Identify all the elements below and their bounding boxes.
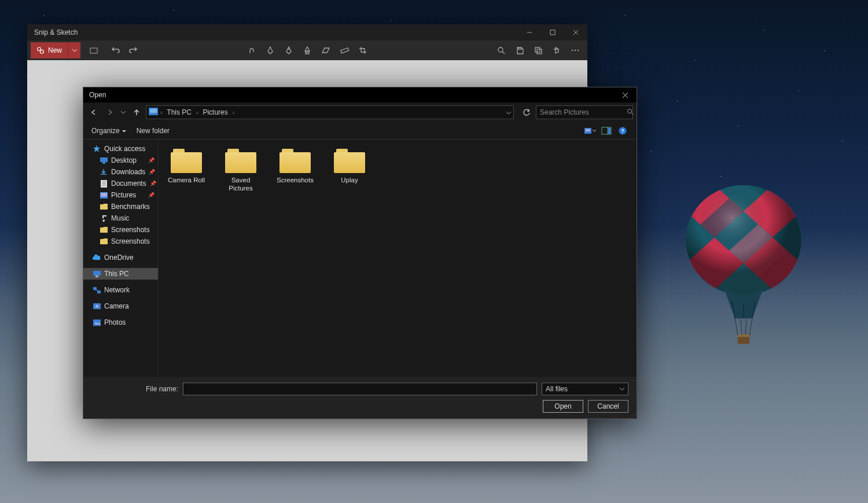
svg-rect-6 bbox=[90, 48, 97, 53]
open-file-icon[interactable] bbox=[85, 42, 102, 59]
tree-music[interactable]: Music bbox=[83, 212, 158, 224]
file-type-filter[interactable]: All files bbox=[542, 383, 628, 395]
dialog-close-button[interactable] bbox=[613, 87, 637, 102]
address-bar[interactable]: › This PC › Pictures › bbox=[146, 105, 514, 119]
tree-benchmarks[interactable]: Benchmarks bbox=[83, 201, 158, 212]
address-dropdown-icon[interactable] bbox=[506, 109, 511, 116]
save-icon[interactable] bbox=[511, 42, 528, 59]
pc-icon bbox=[93, 270, 101, 278]
navigation-tree[interactable]: Quick access Desktop📌 Downloads📌 Documen… bbox=[83, 139, 159, 377]
search-icon[interactable] bbox=[627, 108, 634, 117]
svg-point-12 bbox=[572, 50, 573, 51]
pin-icon: 📌 bbox=[150, 181, 156, 186]
folder-icon bbox=[171, 149, 202, 173]
tree-network[interactable]: Network bbox=[83, 284, 158, 296]
open-button[interactable]: Open bbox=[543, 400, 583, 413]
dialog-nav: › This PC › Pictures › bbox=[83, 102, 637, 122]
tree-desktop[interactable]: Desktop📌 bbox=[83, 155, 158, 166]
snip-toolbar: New bbox=[27, 41, 587, 60]
back-button[interactable] bbox=[87, 105, 101, 119]
file-name-input[interactable] bbox=[183, 383, 537, 395]
snip-titlebar[interactable]: Snip & Sketch bbox=[27, 24, 587, 41]
folder-item[interactable]: Camera Roll bbox=[165, 149, 207, 185]
recent-dropdown-icon[interactable] bbox=[119, 105, 127, 119]
svg-rect-38 bbox=[93, 287, 97, 290]
svg-point-5 bbox=[40, 50, 43, 53]
search-input[interactable] bbox=[540, 108, 627, 116]
folder-item[interactable]: Saved Pictures bbox=[220, 149, 262, 193]
snip-title: Snip & Sketch bbox=[34, 28, 78, 36]
pictures-icon bbox=[100, 191, 108, 199]
svg-line-40 bbox=[95, 290, 99, 291]
forward-button[interactable] bbox=[103, 105, 117, 119]
folder-icon bbox=[100, 203, 108, 211]
camera-icon bbox=[93, 302, 101, 310]
up-button[interactable] bbox=[130, 105, 144, 119]
ballpoint-pen-icon[interactable] bbox=[262, 42, 279, 59]
network-icon bbox=[93, 286, 101, 294]
redo-icon[interactable] bbox=[124, 42, 142, 59]
new-folder-button[interactable]: New folder bbox=[137, 127, 170, 135]
new-dropdown[interactable] bbox=[68, 42, 80, 58]
dialog-titlebar[interactable]: Open bbox=[83, 87, 637, 102]
eraser-icon[interactable] bbox=[317, 42, 334, 59]
view-options-button[interactable] bbox=[584, 125, 596, 137]
svg-line-48 bbox=[735, 318, 738, 336]
refresh-button[interactable] bbox=[518, 105, 534, 119]
svg-point-8 bbox=[498, 47, 503, 52]
resize-grip-icon[interactable]: ⋰ bbox=[631, 413, 635, 417]
touch-writing-icon[interactable] bbox=[243, 42, 260, 59]
pencil-icon[interactable] bbox=[280, 42, 297, 59]
tree-screenshots[interactable]: Screenshots bbox=[83, 224, 158, 236]
svg-point-19 bbox=[628, 109, 632, 113]
folder-view[interactable]: Camera Roll Saved Pictures Screenshots U… bbox=[159, 139, 637, 377]
tree-quick-access[interactable]: Quick access bbox=[83, 143, 158, 155]
maximize-button[interactable] bbox=[541, 24, 564, 41]
highlighter-icon[interactable] bbox=[299, 42, 316, 59]
cancel-button[interactable]: Cancel bbox=[588, 400, 628, 413]
close-button[interactable] bbox=[564, 24, 587, 41]
tree-onedrive[interactable]: OneDrive bbox=[83, 252, 158, 263]
tree-documents[interactable]: Documents📌 bbox=[83, 178, 158, 189]
preview-pane-button[interactable] bbox=[601, 125, 612, 137]
svg-rect-11 bbox=[537, 49, 542, 54]
chevron-right-icon[interactable]: › bbox=[196, 109, 198, 116]
dialog-footer: File name: All files Open Cancel bbox=[83, 377, 637, 418]
folder-item[interactable]: Screenshots bbox=[274, 149, 316, 185]
breadcrumb-this-pc[interactable]: This PC bbox=[164, 108, 194, 116]
new-snip-button[interactable]: New bbox=[31, 42, 80, 58]
undo-icon[interactable] bbox=[107, 42, 124, 59]
breadcrumb-pictures[interactable]: Pictures bbox=[200, 108, 230, 116]
folder-item[interactable]: Uplay bbox=[329, 149, 370, 185]
help-button[interactable]: ? bbox=[617, 125, 628, 137]
zoom-icon[interactable] bbox=[492, 42, 510, 59]
chevron-right-icon[interactable]: › bbox=[160, 109, 162, 116]
tree-downloads[interactable]: Downloads📌 bbox=[83, 166, 158, 178]
svg-line-51 bbox=[745, 320, 746, 336]
more-icon[interactable] bbox=[567, 42, 584, 59]
downloads-icon bbox=[100, 168, 108, 176]
svg-rect-53 bbox=[738, 335, 749, 337]
tree-this-pc[interactable]: This PC bbox=[83, 268, 158, 280]
crop-icon[interactable] bbox=[354, 42, 372, 59]
share-icon[interactable] bbox=[548, 42, 565, 59]
organize-button[interactable]: Organize bbox=[91, 127, 126, 135]
svg-point-47 bbox=[686, 185, 801, 295]
ruler-icon[interactable] bbox=[336, 42, 353, 59]
svg-rect-7 bbox=[340, 47, 348, 53]
star-icon bbox=[93, 145, 101, 153]
tree-pictures[interactable]: Pictures📌 bbox=[83, 189, 158, 201]
tree-photos[interactable]: Photos bbox=[83, 317, 158, 328]
copy-icon[interactable] bbox=[529, 42, 547, 59]
chevron-right-icon[interactable]: › bbox=[233, 109, 234, 116]
tree-screenshots[interactable]: Screenshots bbox=[83, 236, 158, 247]
tree-camera[interactable]: Camera bbox=[83, 300, 158, 312]
minimize-button[interactable] bbox=[518, 24, 541, 41]
new-label: New bbox=[48, 46, 62, 54]
folder-icon bbox=[100, 237, 108, 245]
search-box[interactable] bbox=[536, 105, 633, 119]
folder-icon bbox=[279, 149, 311, 173]
folder-icon bbox=[225, 149, 256, 173]
desktop-wallpaper-balloon bbox=[683, 185, 804, 365]
svg-line-49 bbox=[749, 318, 752, 336]
